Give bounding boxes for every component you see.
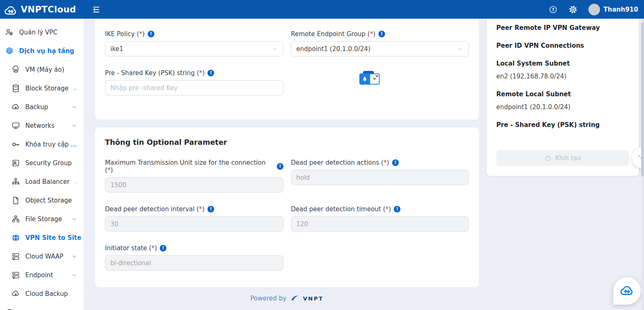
sidebar-item-label: Endpoint — [25, 271, 53, 279]
sidebar-item-cloud-waap[interactable]: Cloud WAAP — [0, 247, 84, 266]
vnpt-logo-text: VNPT — [303, 295, 323, 302]
basic-fields-grid: IKE Policy (*)!ike1Remote Endpoint Group… — [105, 30, 469, 108]
bag-icon — [544, 154, 552, 162]
brand-logo[interactable]: VNPTCloud — [0, 4, 84, 15]
globe-icon — [11, 233, 20, 242]
sidebar-item-file-storage[interactable]: File Storage — [0, 210, 84, 228]
chevron-down-icon — [75, 179, 77, 185]
optional-parameters-card: Thông tin Optional Parameter Maximum Tra… — [95, 127, 479, 287]
summary-label: Pre - Shared Key (PSK) string — [496, 121, 629, 129]
key-icon — [11, 140, 20, 149]
sidebar-item-vm-m-y-o[interactable]: VM (Máy ảo) — [0, 60, 84, 79]
sidebar-item-security-group[interactable]: Security Group — [0, 154, 84, 172]
badge-user-icon — [11, 159, 20, 168]
sidebar-item-vpn-site-to-site[interactable]: VPN Site to Site — [0, 228, 84, 247]
sidebar-item-load-balancer[interactable]: Load Balancer — [0, 172, 84, 191]
dpd-interval-input — [105, 216, 283, 232]
info-icon[interactable]: ! — [277, 163, 283, 170]
sidebar-item-kh-a-truy-c-p[interactable]: Khóa truy cập ... — [0, 135, 84, 154]
droplet-icon[interactable] — [359, 73, 370, 85]
help-icon[interactable]: ? — [549, 5, 558, 14]
vm-cloud-icon — [11, 65, 20, 74]
hierarchy-icon — [11, 177, 20, 186]
info-icon[interactable]: ! — [207, 206, 214, 212]
powered-by-text: Powered by — [250, 295, 286, 302]
info-icon[interactable]: ! — [160, 245, 166, 251]
sidebar-item-label: Object Storage — [25, 197, 72, 204]
sidebar-item-label: Dịch vụ hạ tầng — [19, 47, 74, 55]
dpd-actions-input — [291, 170, 469, 185]
sidebar-item-label: File Storage — [25, 215, 62, 223]
sidebar-item-label: Load Balancer — [25, 178, 70, 186]
sidebar-item-d-ch-v-h-t-ng[interactable]: Dịch vụ hạ tầng — [0, 41, 84, 60]
sidebar-nav: Quản lý VPCDịch vụ hạ tầngVM (Máy ảo)Blo… — [0, 19, 84, 310]
info-icon[interactable]: ! — [207, 70, 214, 76]
summary-label: Remote Local Subnet — [496, 90, 629, 98]
info-icon[interactable]: ! — [392, 159, 399, 166]
servers-icon — [11, 252, 20, 261]
chevron-down-icon — [457, 46, 463, 52]
cloud-logo-icon — [4, 4, 17, 15]
hexagon-service-icon — [5, 46, 14, 56]
svg-text:?: ? — [552, 7, 554, 12]
sidebar-item-backup[interactable]: Backup — [0, 98, 84, 116]
field-label: Dead peer detection timeout (*)! — [291, 205, 469, 213]
extension-dropdown-icon[interactable] — [370, 73, 380, 85]
chat-fab[interactable] — [613, 277, 641, 305]
nodes-icon — [11, 215, 20, 224]
sidebar: Quản lý VPCDịch vụ hạ tầngVM (Máy ảo)Blo… — [0, 19, 84, 310]
summary-label: Peer Remote IP VPN Gateway — [496, 24, 629, 32]
remote-endpoint-group-select[interactable]: endpoint1 (20.1.0.0/24) — [291, 41, 469, 56]
user-gear-icon — [5, 28, 14, 37]
select-value: ike1 — [110, 45, 123, 53]
scrollbar-thumb[interactable] — [641, 23, 644, 176]
circle-icon — [5, 308, 14, 310]
sidebar-toggle-icon[interactable] — [92, 5, 101, 14]
vpn-basic-card: IKE Policy (*)!ike1Remote Endpoint Group… — [95, 19, 479, 120]
sidebar-item-partial[interactable] — [0, 303, 84, 310]
field-ike-policy: IKE Policy (*)!ike1 — [105, 30, 283, 56]
cloud-arrow-icon — [11, 289, 20, 298]
main-content: IKE Policy (*)!ike1Remote Endpoint Group… — [84, 19, 644, 310]
user-menu[interactable]: Thanh910 — [588, 4, 638, 15]
field-dpd-timeout: Dead peer detection timeout (*)! — [291, 205, 469, 232]
create-button-label: Khởi tạo — [555, 154, 581, 162]
page-scrollbar[interactable] — [641, 19, 644, 310]
sidebar-item-endpoint[interactable]: Endpoint — [0, 266, 84, 284]
sidebar-item-cloud-backup[interactable]: Cloud Backup — [0, 284, 84, 303]
sidebar-item-object-storage[interactable]: Object Storage — [0, 191, 84, 210]
chevron-down-icon — [71, 123, 77, 129]
monitor-icon — [11, 121, 20, 130]
field-psk: Pre - Shared Key (PSK) string (*)! — [105, 69, 283, 95]
sidebar-item-label: Khóa truy cập ... — [25, 141, 77, 148]
sidebar-item-label: VM (Máy ảo) — [25, 66, 64, 73]
chevron-down-icon — [71, 254, 77, 259]
chevron-down-icon — [71, 272, 77, 278]
field-label: IKE Policy (*)! — [105, 30, 283, 38]
field-label: Remote Endpoint Group (*)! — [291, 30, 469, 38]
ike-policy-select[interactable]: ike1 — [105, 41, 283, 56]
chevron-down-icon — [71, 216, 77, 222]
field-remote-endpoint-group: Remote Endpoint Group (*)!endpoint1 (20.… — [291, 30, 469, 56]
section-title: Thông tin Optional Parameter — [105, 138, 469, 146]
password-manager-extension-icon[interactable] — [359, 71, 380, 86]
summary-panel: Peer Remote IP VPN GatewayPeer ID VPN Co… — [486, 19, 639, 176]
sidebar-item-networks[interactable]: Networks — [0, 116, 84, 135]
psk-input[interactable] — [105, 80, 283, 95]
sidebar-item-qu-n-l-vpc[interactable]: Quản lý VPC — [0, 23, 84, 41]
info-icon[interactable]: ! — [378, 31, 385, 37]
sidebar-item-label: Block Storage — [25, 85, 68, 92]
chevron-down-icon — [77, 198, 77, 203]
field-label: Dead peer detection actions (*)! — [291, 159, 469, 166]
info-icon[interactable]: ! — [148, 31, 154, 37]
create-button[interactable]: Khởi tạo — [496, 150, 629, 166]
field-label: Maximum Transmission Unit size for the c… — [105, 159, 283, 174]
sidebar-item-label: Networks — [25, 122, 54, 129]
sidebar-item-block-storage[interactable]: Block Storage — [0, 79, 84, 98]
file-icon — [11, 196, 20, 205]
select-value: endpoint1 (20.1.0.0/24) — [296, 45, 371, 53]
info-icon[interactable]: ! — [394, 206, 400, 212]
settings-gear-icon[interactable] — [568, 5, 578, 14]
summary-value: endpoint1 (20.1.0.0/24) — [496, 103, 629, 111]
dpd-timeout-input — [291, 216, 469, 232]
